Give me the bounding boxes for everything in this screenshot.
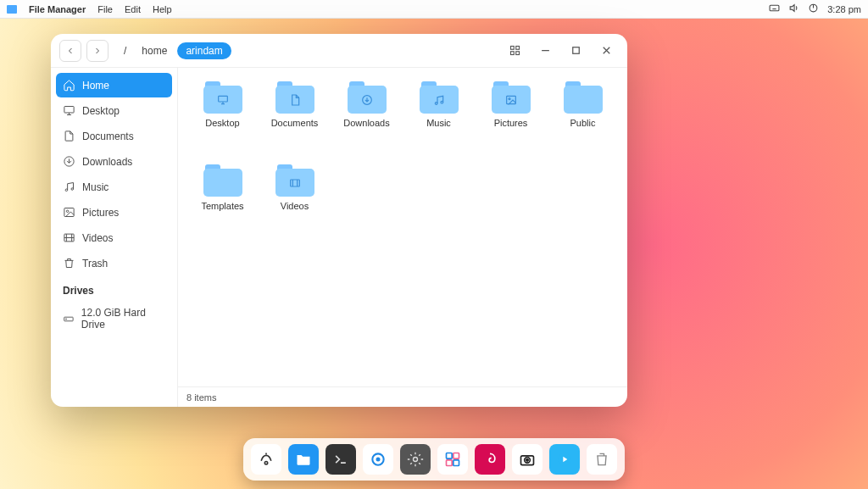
folder-icon bbox=[420, 81, 459, 114]
folder-desktop[interactable]: Desktop bbox=[186, 81, 259, 159]
folder-pictures[interactable]: Pictures bbox=[475, 81, 547, 159]
dock-camera[interactable] bbox=[512, 444, 542, 475]
sidebar-item-trash[interactable]: Trash bbox=[56, 251, 172, 275]
dock-settings[interactable] bbox=[400, 444, 431, 475]
svg-rect-22 bbox=[290, 180, 299, 186]
folder-label: Pictures bbox=[494, 118, 528, 128]
top-panel: File Manager File Edit Help 3:28 pm bbox=[0, 0, 868, 19]
svg-point-9 bbox=[65, 189, 68, 192]
panel-menu: File Manager File Edit Help bbox=[7, 4, 172, 14]
status-bar: 8 items bbox=[178, 386, 627, 407]
sidebar-item-label: Trash bbox=[82, 258, 108, 270]
folder-icon bbox=[275, 81, 314, 114]
menu-edit[interactable]: Edit bbox=[125, 4, 141, 14]
svg-rect-16 bbox=[218, 96, 227, 102]
svg-point-21 bbox=[509, 98, 510, 100]
keyboard-icon[interactable] bbox=[769, 3, 780, 15]
sidebar-item-home[interactable]: Home bbox=[56, 73, 172, 97]
svg-point-23 bbox=[264, 462, 267, 464]
content-area: Desktop Documents Downloads Music Pictur… bbox=[178, 68, 627, 407]
svg-point-19 bbox=[441, 101, 443, 103]
menu-help[interactable]: Help bbox=[153, 4, 172, 14]
minimize-button[interactable] bbox=[532, 38, 558, 64]
svg-point-25 bbox=[376, 458, 381, 462]
sidebar-item-videos[interactable]: Videos bbox=[56, 225, 172, 250]
svg-rect-3 bbox=[515, 47, 519, 50]
menu-file[interactable]: File bbox=[97, 4, 113, 14]
svg-rect-7 bbox=[64, 107, 74, 114]
crumb-current[interactable]: arindam bbox=[177, 42, 231, 59]
folder-grid[interactable]: Desktop Documents Downloads Music Pictur… bbox=[178, 68, 627, 386]
dock-screenshot[interactable] bbox=[437, 444, 468, 475]
sidebar-item-pictures[interactable]: Pictures bbox=[56, 200, 172, 225]
folder-videos[interactable]: Videos bbox=[259, 164, 331, 242]
sidebar-item-label: Downloads bbox=[82, 156, 132, 168]
svg-rect-30 bbox=[453, 460, 459, 466]
dock-terminal[interactable] bbox=[326, 444, 356, 475]
folder-icon bbox=[348, 81, 387, 114]
svg-point-26 bbox=[414, 458, 418, 462]
dock-trash[interactable] bbox=[587, 444, 617, 475]
folder-downloads[interactable]: Downloads bbox=[331, 81, 403, 159]
svg-point-15 bbox=[65, 318, 66, 319]
window-toolbar: / home arindam bbox=[51, 34, 627, 68]
crumb-root[interactable]: / bbox=[119, 42, 131, 59]
sidebar-item-music[interactable]: Music bbox=[56, 175, 172, 199]
status-text: 8 items bbox=[186, 392, 216, 403]
maximize-button[interactable] bbox=[563, 38, 588, 64]
folder-public[interactable]: Public bbox=[547, 81, 619, 159]
svg-rect-2 bbox=[510, 47, 514, 50]
sidebar-item-label: Documents bbox=[82, 131, 134, 142]
sidebar-item-documents[interactable]: Documents bbox=[56, 124, 172, 148]
folder-label: Music bbox=[426, 118, 451, 128]
sidebar-item-drive[interactable]: 12.0 GiB Hard Drive bbox=[56, 301, 172, 336]
dock-debian[interactable] bbox=[475, 444, 505, 475]
dock-player[interactable] bbox=[549, 444, 580, 475]
folder-icon bbox=[492, 81, 531, 114]
power-icon[interactable] bbox=[808, 3, 819, 15]
dock-files[interactable] bbox=[288, 444, 319, 475]
folder-label: Downloads bbox=[343, 118, 389, 128]
svg-rect-5 bbox=[515, 52, 519, 55]
folder-templates[interactable]: Templates bbox=[186, 164, 259, 242]
dock bbox=[243, 438, 625, 481]
folder-icon bbox=[203, 81, 242, 114]
folder-icon bbox=[203, 164, 242, 197]
folder-music[interactable]: Music bbox=[403, 81, 475, 159]
volume-icon[interactable] bbox=[788, 3, 799, 15]
folder-label: Desktop bbox=[205, 118, 239, 128]
file-manager-window: / home arindam Home Desktop Documents bbox=[51, 34, 627, 407]
svg-rect-29 bbox=[447, 460, 453, 466]
folder-label: Documents bbox=[271, 118, 319, 128]
clock[interactable]: 3:28 pm bbox=[827, 4, 861, 14]
crumb-home[interactable]: home bbox=[136, 42, 172, 59]
sidebar-item-downloads[interactable]: Downloads bbox=[56, 149, 172, 174]
svg-rect-11 bbox=[64, 208, 74, 217]
sidebar-item-label: Pictures bbox=[82, 207, 119, 219]
svg-rect-0 bbox=[770, 5, 779, 11]
forward-button[interactable] bbox=[86, 40, 108, 62]
dock-launcher[interactable] bbox=[251, 444, 281, 475]
svg-rect-6 bbox=[572, 47, 579, 54]
view-grid-button[interactable] bbox=[502, 38, 527, 64]
svg-rect-20 bbox=[506, 96, 515, 103]
svg-point-10 bbox=[71, 188, 74, 191]
sidebar-item-desktop[interactable]: Desktop bbox=[56, 98, 172, 123]
folder-documents[interactable]: Documents bbox=[259, 81, 331, 159]
close-button[interactable] bbox=[593, 38, 619, 64]
sidebar-item-label: Desktop bbox=[82, 105, 120, 117]
folder-icon bbox=[275, 164, 314, 197]
folder-label: Templates bbox=[201, 201, 243, 211]
sidebar-drives-header: Drives bbox=[56, 276, 172, 300]
sidebar-item-label: Videos bbox=[82, 232, 113, 244]
folder-label: Public bbox=[570, 118, 596, 128]
folder-icon bbox=[564, 81, 603, 114]
svg-rect-4 bbox=[510, 52, 514, 55]
panel-tray: 3:28 pm bbox=[769, 3, 861, 15]
folder-label: Videos bbox=[281, 201, 309, 211]
dock-browser[interactable] bbox=[363, 444, 393, 475]
svg-point-12 bbox=[66, 210, 69, 213]
sidebar-item-label: Music bbox=[82, 181, 108, 193]
svg-point-33 bbox=[526, 459, 529, 462]
back-button[interactable] bbox=[59, 40, 81, 62]
